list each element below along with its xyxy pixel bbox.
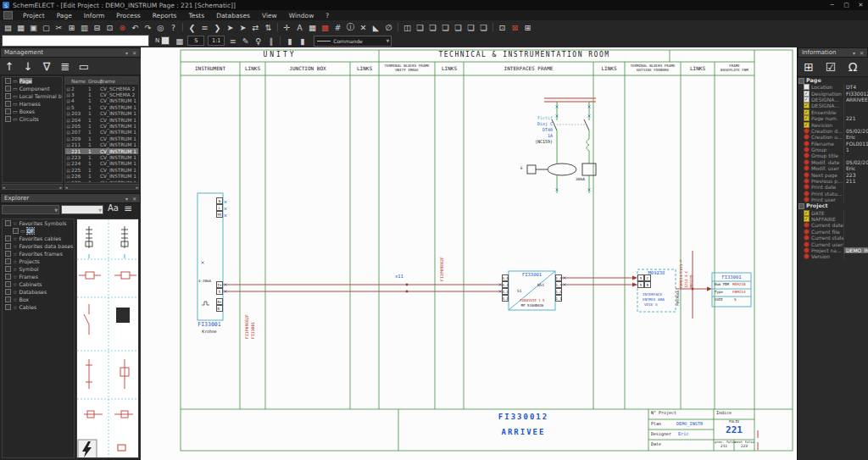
scale-button[interactable]: 1:1 — [208, 36, 225, 46]
info-row[interactable]: Current state — [798, 235, 868, 241]
check-icon[interactable]: ☑ — [820, 59, 842, 75]
mirror-v-icon[interactable]: ⇅ — [262, 21, 275, 33]
info-row[interactable]: Project na... DEMO_INSTR — [798, 247, 868, 253]
expand-icon[interactable] — [13, 228, 19, 234]
info-icon[interactable]: ⓘ — [344, 21, 357, 33]
instrument-aux-terminals[interactable]: B+B- — [216, 298, 223, 312]
expand-icon[interactable] — [5, 243, 11, 249]
copy-icon[interactable]: ⊞ — [65, 21, 78, 33]
font-case-icon[interactable]: Aa — [108, 203, 119, 213]
selection-icon[interactable]: ▢ — [40, 21, 53, 33]
maximize-button[interactable]: ▢ — [839, 2, 854, 8]
table-icon[interactable]: ▦ — [306, 21, 319, 33]
info-row[interactable]: Previous p... 211 — [798, 178, 868, 184]
wire-node-icon[interactable]: ▮ — [296, 35, 309, 47]
interface-left-terminals[interactable]: 4.44.34.24.1 — [502, 274, 509, 302]
expand-icon[interactable] — [5, 93, 11, 99]
frame3-icon[interactable]: ⊞ — [521, 21, 534, 33]
folder-icon[interactable]: ▭ — [75, 58, 93, 74]
move-up-icon[interactable]: ↑ — [0, 58, 19, 74]
info-row[interactable]: Ensemble — [798, 109, 868, 115]
wire-vertical-icon[interactable]: ▮ — [283, 35, 296, 47]
menu-item[interactable]: Process — [110, 12, 146, 19]
info-section-header[interactable]: Project — [798, 202, 868, 209]
explorer-tree-item[interactable]: ☆ Cables — [3, 303, 74, 311]
instrument-top-terminals[interactable]: NLPE — [216, 197, 223, 218]
page-row[interactable]: ▤ 224 1 CV_INSTRUM 1 — [65, 161, 138, 167]
explorer-tree-item[interactable]: ☆ Projects — [3, 258, 74, 265]
info-row[interactable]: NAFFAIRE — [798, 216, 868, 222]
bubble2-icon[interactable]: ❏ — [426, 21, 439, 33]
menu-item[interactable]: Inform — [78, 12, 110, 19]
close-icon[interactable]: ✕ — [131, 50, 138, 56]
grid-icon[interactable]: ▦ — [173, 35, 186, 47]
info-section-header[interactable]: Page — [798, 77, 868, 84]
cursor-alt-icon[interactable]: ➤ — [236, 21, 249, 33]
explorer-tree-item[interactable]: ☆ Databases — [3, 288, 74, 296]
frame2-icon[interactable]: ⊠ — [509, 21, 521, 33]
library-icon[interactable]: ∥ — [264, 35, 277, 47]
explorer-tree-item[interactable]: ▭ DF — [3, 227, 74, 235]
expand-icon[interactable] — [5, 304, 11, 310]
redo-icon[interactable]: ↷ — [142, 21, 154, 33]
explorer-tree-item[interactable]: ☆ Favorites Symbols — [3, 219, 74, 227]
explorer-tree-item[interactable]: ☆ Favorites data bases — [3, 242, 74, 250]
page-row[interactable]: ▤ 204 1 CV_INSTRUM 1 — [65, 117, 138, 123]
page-row[interactable]: ▤ 203 1 CV_INSTRUM 1 — [65, 111, 138, 117]
n-toggle[interactable] — [161, 36, 170, 45]
new-icon[interactable]: ▤ — [2, 21, 14, 33]
delete-icon[interactable]: ✕ — [357, 21, 370, 33]
bubble6-icon[interactable]: ❏ — [477, 21, 490, 33]
table-hscrollbar[interactable]: ◂▸ — [64, 184, 139, 190]
grid-snap-icon[interactable]: # — [331, 21, 344, 33]
explorer-tree-item[interactable]: ☆ Cabinets — [3, 280, 74, 288]
info-row[interactable]: DESIGNA... — [798, 103, 868, 108]
expand-icon[interactable] — [5, 258, 11, 264]
management-tree-item[interactable]: ▭ Circuits — [3, 115, 62, 123]
page-row[interactable]: ▤ 3 1 CV_SCHEMA 2 — [65, 91, 138, 97]
info-row[interactable]: Current file — [798, 229, 868, 235]
instrument-out-terminals[interactable]: I+I — [216, 281, 223, 295]
open-icon[interactable]: ▦ — [14, 21, 27, 33]
minimize-button[interactable]: ─ — [825, 2, 839, 8]
info-row[interactable]: Group 1 — [798, 147, 868, 152]
explorer-tree-item[interactable]: ☆ Favorites cables — [3, 235, 74, 242]
page-row[interactable]: ▤ 4 1 CV_INSTRUM 1 — [65, 98, 138, 104]
cancel-icon[interactable]: ⊗ — [116, 21, 129, 33]
info-row[interactable]: Group title — [798, 152, 868, 158]
palette-icon[interactable]: ▩ — [319, 21, 331, 33]
close-button[interactable]: ✕ — [854, 2, 868, 8]
management-tree-item[interactable]: ▭ Component — [3, 85, 62, 92]
help-icon[interactable]: ? — [167, 21, 180, 33]
save-icon[interactable]: ▣ — [27, 21, 40, 33]
bubble1-icon[interactable]: ❏ — [414, 21, 426, 33]
explorer-tree-item[interactable]: ☆ Frames — [3, 273, 74, 280]
print-setup-icon[interactable]: ⊡ — [103, 21, 116, 33]
page-row[interactable]: ▤ 5 1 CV_INSTRUM 1 — [65, 104, 138, 110]
pin-icon[interactable]: ▾ — [123, 50, 131, 56]
close-icon[interactable]: ✕ — [858, 50, 865, 56]
next-page-icon[interactable]: ❯ — [211, 21, 224, 33]
target-icon[interactable]: ◎ — [154, 21, 167, 33]
page-row[interactable]: ▤ 207 1 CV_INSTRUM 1 — [65, 130, 138, 136]
info-row[interactable]: Creation d... 05/02/2015 — [798, 128, 868, 134]
info-row[interactable]: Revision — [798, 121, 868, 127]
tree-hscrollbar[interactable]: ◂▸ — [2, 184, 63, 190]
separator[interactable] — [182, 23, 183, 31]
cursor-icon[interactable]: ➤ — [224, 21, 236, 33]
fbm-tag[interactable]: FI33001 — [713, 274, 750, 280]
expand-icon[interactable] — [5, 101, 11, 107]
menu-item[interactable]: Window — [283, 12, 320, 19]
prev-page-icon[interactable]: ❮ — [186, 21, 198, 33]
paste-icon[interactable]: ▥ — [78, 21, 91, 33]
bubble4-icon[interactable]: ❏ — [452, 21, 465, 33]
pin-icon[interactable]: ♀ — [252, 35, 264, 47]
symbol-preview[interactable] — [76, 219, 139, 458]
bubble5-icon[interactable]: ❏ — [465, 21, 477, 33]
menu-item[interactable]: Reports — [147, 12, 183, 19]
info-row[interactable]: Print statu... — [798, 191, 868, 197]
frame1-icon[interactable]: ⊡ — [496, 21, 509, 33]
expand-icon[interactable] — [5, 86, 11, 91]
hide-icon[interactable]: ∅ — [382, 21, 395, 33]
print-icon[interactable]: ⊟ — [91, 21, 103, 33]
